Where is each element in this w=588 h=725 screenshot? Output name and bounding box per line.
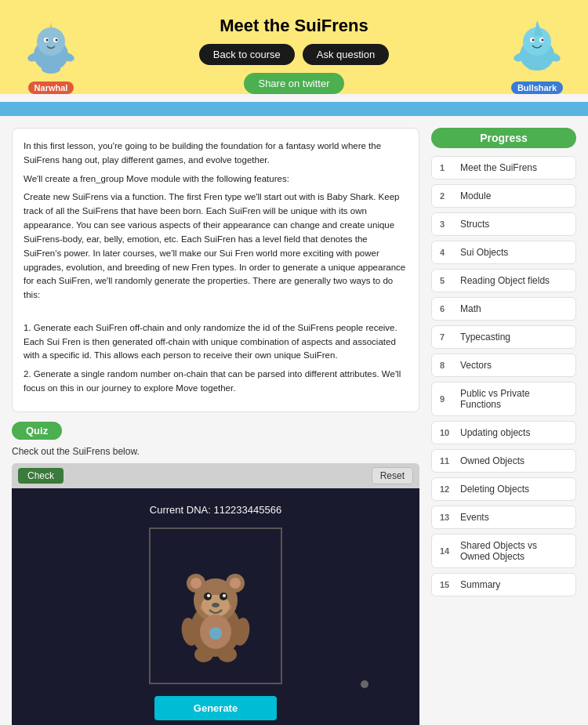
sidebar-item-11[interactable]: 11Owned Objects: [431, 449, 576, 473]
dna-text: Current DNA: 112233445566: [150, 504, 281, 516]
svg-point-31: [212, 603, 220, 607]
sidebar-num-5: 5: [440, 276, 454, 285]
sidebar-item-2[interactable]: 2Module: [431, 184, 576, 208]
sidebar-item-13[interactable]: 13Events: [431, 506, 576, 529]
sidebar: Progress 1Meet the SuiFrens2Module3Struc…: [431, 128, 576, 601]
svg-point-6: [55, 39, 57, 42]
svg-point-29: [207, 594, 210, 597]
page-title: Meet the SuiFrens: [16, 8, 572, 36]
svg-point-15: [532, 39, 534, 42]
sidebar-item-5[interactable]: 5Reading Object fields: [431, 269, 576, 292]
sidebar-item-4[interactable]: 4Sui Objects: [431, 241, 576, 264]
svg-point-25: [230, 578, 241, 589]
sidebar-num-9: 9: [440, 394, 454, 404]
share-on-twitter-button[interactable]: Share on twitter: [244, 73, 343, 94]
svg-point-33: [223, 604, 232, 611]
svg-point-32: [199, 604, 209, 611]
sidebar-item-6[interactable]: 6Math: [431, 297, 576, 321]
narwhal-mascot: Narwhal: [8, 14, 94, 94]
desc-p3: Create new SuiFrens via a function. The …: [24, 190, 408, 303]
sidebar-num-2: 2: [440, 191, 454, 201]
sidebar-label-9: Public vs Private Functions: [460, 388, 568, 410]
svg-point-39: [218, 647, 237, 662]
game-screen: Current DNA: 112233445566: [12, 488, 419, 725]
generate-button[interactable]: Generate: [154, 696, 277, 720]
sidebar-item-10[interactable]: 10Updating objects: [431, 421, 576, 444]
header: Meet the SuiFrens Back to course Ask que…: [0, 0, 588, 94]
code-area: Check Reset Current DNA: 112233445566: [12, 463, 419, 725]
narwhal-label: Narwhal: [28, 82, 74, 94]
sidebar-label-1: Meet the SuiFrens: [460, 162, 537, 173]
sidebar-item-9[interactable]: 9Public vs Private Functions: [431, 382, 576, 416]
sidebar-num-10: 10: [440, 428, 454, 437]
sidebar-item-7[interactable]: 7Typecasting: [431, 325, 576, 349]
quiz-badge: Quiz: [12, 422, 62, 440]
sidebar-num-7: 7: [440, 332, 454, 342]
desc-p4: 1. Generate each SuiFren off-chain and o…: [24, 321, 408, 363]
sidebar-label-3: Structs: [460, 219, 489, 230]
content-area: In this first lesson, you're going to be…: [12, 128, 419, 725]
sidebar-item-8[interactable]: 8Vectors: [431, 353, 576, 377]
ask-question-button[interactable]: Ask question: [303, 44, 389, 65]
blue-bar: [0, 102, 588, 116]
sidebar-num-13: 13: [440, 513, 454, 522]
main-layout: In this first lesson, you're going to be…: [0, 116, 588, 725]
bullshark-label: Bullshark: [511, 82, 563, 94]
svg-point-38: [194, 647, 213, 662]
svg-point-30: [223, 594, 226, 597]
bullshark-mascot: Bullshark: [494, 14, 580, 94]
sidebar-num-8: 8: [440, 361, 454, 370]
svg-point-5: [45, 39, 48, 42]
sidebar-item-12[interactable]: 12Deleting Objects: [431, 477, 576, 501]
sidebar-num-12: 12: [440, 484, 454, 494]
svg-point-23: [191, 578, 201, 589]
quiz-instruction: Check out the SuiFrens below.: [12, 446, 419, 457]
sidebar-item-3[interactable]: 3Structs: [431, 212, 576, 236]
sidebar-label-13: Events: [460, 512, 489, 523]
progress-header: Progress: [431, 128, 576, 148]
narwhal-icon: [18, 14, 85, 77]
sidebar-num-3: 3: [440, 219, 454, 229]
back-to-course-button[interactable]: Back to course: [199, 44, 295, 65]
sidebar-item-15[interactable]: 15Summary: [431, 573, 576, 596]
bullshark-icon: [504, 14, 571, 77]
character-box: [149, 527, 282, 684]
sidebar-num-6: 6: [440, 304, 454, 314]
reset-button[interactable]: Reset: [372, 467, 413, 484]
svg-point-7: [42, 64, 60, 74]
desc-p1: In this first lesson, you're going to be…: [24, 140, 408, 168]
sidebar-num-14: 14: [440, 546, 454, 556]
sidebar-num-1: 1: [440, 163, 454, 172]
character-icon: [172, 547, 259, 665]
description-box: In this first lesson, you're going to be…: [12, 128, 419, 412]
dot-decoration: [361, 680, 368, 688]
sidebar-label-6: Math: [460, 303, 481, 314]
header-buttons: Back to course Ask question: [16, 44, 572, 65]
svg-point-2: [37, 27, 65, 56]
sidebar-label-10: Updating objects: [460, 427, 530, 438]
desc-p2: We'll create a fren_group Move module wi…: [24, 172, 408, 187]
sidebar-label-7: Typecasting: [460, 332, 510, 343]
code-toolbar: Check Reset: [12, 463, 419, 488]
sidebar-item-1[interactable]: 1Meet the SuiFrens: [431, 156, 576, 179]
sidebar-label-14: Shared Objects vs Owned Objects: [460, 540, 568, 562]
sidebar-num-4: 4: [440, 248, 454, 257]
sidebar-label-5: Reading Object fields: [460, 275, 550, 286]
sidebar-label-15: Summary: [460, 579, 500, 590]
sidebar-label-12: Deleting Objects: [460, 484, 529, 495]
sidebar-item-14[interactable]: 14Shared Objects vs Owned Objects: [431, 534, 576, 568]
svg-point-35: [209, 627, 222, 640]
sidebar-num-15: 15: [440, 580, 454, 589]
sidebar-label-8: Vectors: [460, 360, 492, 371]
sidebar-label-2: Module: [460, 190, 491, 201]
svg-point-16: [541, 39, 543, 42]
sidebar-label-4: Sui Objects: [460, 247, 508, 258]
sidebar-label-11: Owned Objects: [460, 455, 524, 466]
sidebar-items-container: 1Meet the SuiFrens2Module3Structs4Sui Ob…: [431, 156, 576, 596]
desc-p5: 2. Generate a single random number on-ch…: [24, 368, 408, 396]
sidebar-num-11: 11: [440, 456, 454, 466]
check-button[interactable]: Check: [18, 468, 64, 484]
